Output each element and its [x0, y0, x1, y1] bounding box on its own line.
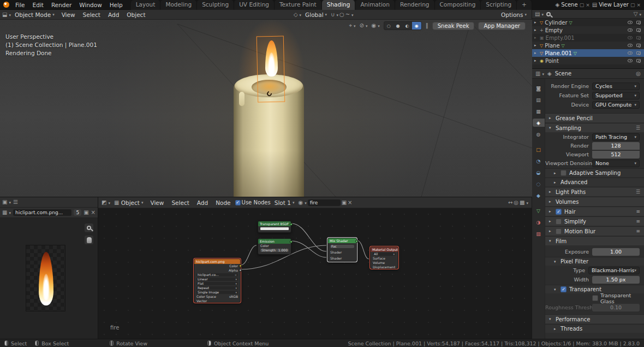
presets-icon[interactable]: ☰: [636, 125, 640, 131]
node-menu-view[interactable]: View: [147, 199, 167, 206]
tab-sculpting[interactable]: Sculpting: [197, 0, 234, 10]
image-colorspace-value[interactable]: sRGB: [229, 295, 238, 298]
node-mix-shader[interactable]: Mix Shader Fac Shader Shader: [327, 238, 357, 262]
adaptive-sampling-checkbox[interactable]: [560, 170, 567, 176]
pin-node-tree-icon[interactable]: ◎: [514, 200, 518, 205]
material-browse-icon[interactable]: ◉▾: [298, 200, 306, 205]
outliner-filter-icon[interactable]: ▽▾: [634, 11, 641, 17]
options-dropdown[interactable]: Options▾: [498, 11, 529, 18]
mode-dropdown[interactable]: Object Mode▾: [12, 11, 57, 18]
tab-modeling[interactable]: Modeling: [160, 0, 197, 10]
zoom-gizmo[interactable]: [85, 224, 93, 232]
tab-add-workspace[interactable]: +: [517, 0, 532, 10]
filter-type-dropdown[interactable]: Blackman-Harris▾: [588, 267, 640, 274]
outliner-row-cylinder[interactable]: ▸ ▽ Cylinder ▽: [532, 19, 644, 26]
image-users-count[interactable]: 5: [74, 209, 81, 216]
image-editor-type-icon[interactable]: ▣▾: [2, 199, 11, 205]
image-interpolation-dropdown[interactable]: Linear: [198, 278, 208, 281]
physics-properties-tab[interactable]: ◌: [533, 180, 545, 188]
panel-sampling[interactable]: ▾Sampling☰: [545, 123, 644, 132]
panel-motion-blur[interactable]: ▸Motion Blur≡: [545, 226, 644, 236]
object-data-properties-tab[interactable]: ▽: [533, 207, 545, 215]
expand-icon[interactable]: ▸: [534, 20, 538, 25]
presets-icon[interactable]: ☰: [636, 189, 640, 195]
feature-set-dropdown[interactable]: Supported▾: [592, 92, 640, 99]
viewport-3d[interactable]: User Perspective (1) Scene Collection | …: [0, 20, 532, 197]
panel-advanced[interactable]: ▸Advanced: [545, 178, 644, 186]
render-samples-field[interactable]: 128: [592, 142, 640, 150]
unlink-image-icon[interactable]: ×: [91, 210, 96, 215]
orientation-dropdown[interactable]: Global▾: [302, 11, 330, 18]
hide-viewport-icon[interactable]: [628, 59, 633, 62]
material-name-field[interactable]: fire: [308, 199, 341, 206]
tab-texture-paint[interactable]: Texture Paint: [275, 0, 322, 10]
tab-rendering[interactable]: Rendering: [395, 0, 435, 10]
editor-type-icon[interactable]: ⬓▾: [2, 12, 11, 17]
outliner-search-icon[interactable]: [546, 12, 551, 16]
node-material-output[interactable]: Material Output All▾ Surface Volume Disp…: [370, 246, 398, 269]
pin-id-icon[interactable]: ◎: [636, 71, 641, 77]
shading-rendered-icon[interactable]: ◉: [412, 22, 421, 30]
use-nodes-checkbox[interactable]: ✓: [235, 200, 241, 205]
viewport-samples-field[interactable]: 512: [592, 151, 640, 158]
constraints-properties-tab[interactable]: ◆: [533, 191, 545, 199]
sneak-peek-button[interactable]: Sneak Peek: [432, 22, 475, 30]
scene-selector[interactable]: ◈ Scene ▢ ×: [555, 2, 589, 8]
disable-render-icon[interactable]: [636, 36, 641, 39]
tab-scripting[interactable]: Scripting: [481, 0, 517, 10]
emission-output-socket[interactable]: [290, 240, 293, 243]
viewport-menu-view[interactable]: View: [58, 11, 79, 18]
texture-properties-tab[interactable]: ▨: [533, 230, 545, 238]
integrator-dropdown[interactable]: Path Tracing▾: [592, 133, 640, 141]
outliner-row-empty-001[interactable]: ▸ ▣ Empty.001: [532, 34, 644, 42]
expand-icon[interactable]: ▸: [534, 43, 538, 48]
shader-editor-type-icon[interactable]: ◩▾: [102, 200, 110, 205]
node-menu-select[interactable]: Select: [168, 199, 192, 206]
object-properties-tab[interactable]: □: [533, 145, 545, 154]
slot-dropdown[interactable]: Slot 1▾: [272, 199, 297, 206]
filter-width-field[interactable]: 1.50 px: [592, 276, 640, 284]
menu-edit[interactable]: Edit: [29, 2, 47, 8]
outliner-row-point[interactable]: ▸ ◉ Point: [532, 57, 644, 64]
shading-wireframe-icon[interactable]: ○: [384, 22, 393, 30]
simplify-checkbox[interactable]: [556, 219, 562, 225]
motion-blur-checkbox[interactable]: [556, 228, 562, 234]
panel-grease-pencil[interactable]: ▸Grease Pencil: [545, 113, 644, 122]
tab-shading[interactable]: Shading: [322, 0, 356, 10]
world-properties-tab[interactable]: ◍: [533, 130, 545, 138]
node-transparent-bsdf[interactable]: Transparent BSDF: [258, 221, 291, 233]
selected-plane-outline[interactable]: [257, 36, 285, 102]
object-visibility-icon[interactable]: ⌖▾: [349, 23, 355, 28]
hide-viewport-icon[interactable]: [628, 36, 633, 39]
tab-uv-editing[interactable]: UV Editing: [234, 0, 275, 10]
panel-volumes[interactable]: ▸Volumes: [545, 197, 644, 206]
outliner-row-plane[interactable]: ▸ ▽ Plane ▽: [532, 42, 644, 49]
output-properties-tab[interactable]: ▤: [533, 96, 545, 104]
panel-adaptive-sampling[interactable]: ▸Adaptive Sampling: [545, 168, 644, 177]
unlink-scene-icon[interactable]: ×: [586, 2, 590, 8]
outliner-row-empty[interactable]: ▸ + Empty: [532, 26, 644, 34]
snap-magnet-icon[interactable]: ∪▾: [331, 12, 338, 17]
node-canvas[interactable]: Transparent BSDF Emission Color Strength…: [98, 208, 532, 339]
shading-material-icon[interactable]: ◐: [403, 22, 412, 30]
falloff-icon[interactable]: ~▾: [345, 12, 354, 17]
exposure-field[interactable]: 1.00: [592, 248, 640, 256]
image-projection-dropdown[interactable]: Flat: [198, 282, 204, 285]
panel-simplify[interactable]: ▸Simplify≡: [545, 216, 644, 226]
material-unlink-icon[interactable]: ×: [348, 200, 352, 205]
menu-window[interactable]: Window: [75, 2, 105, 8]
node-image-texture[interactable]: hiclipart.com.png Color Alpha hiclipart.…: [194, 258, 241, 303]
viewport-menu-object[interactable]: Object: [123, 11, 148, 18]
panel-hair[interactable]: ▸✓Hair≡: [545, 207, 644, 216]
tab-layout[interactable]: Layout: [131, 0, 161, 10]
menu-help[interactable]: Help: [106, 2, 127, 8]
outliner-row-plane-001[interactable]: ▸ ▽ Plane.001 ▽: [532, 49, 644, 57]
view-layer-selector[interactable]: ▤ View Layer ▢ ×: [592, 2, 641, 8]
proportional-editing-icon[interactable]: ○: [339, 12, 344, 17]
denoising-dropdown[interactable]: None▾: [592, 160, 640, 167]
disable-render-icon[interactable]: [636, 21, 641, 24]
overlays-icon[interactable]: ◉▾: [371, 23, 379, 28]
transform-pivot-icon[interactable]: ◇▾: [294, 12, 301, 17]
shading-solid-icon[interactable]: ●: [393, 22, 403, 30]
roughness-threshold-field[interactable]: 0.10: [592, 304, 640, 311]
